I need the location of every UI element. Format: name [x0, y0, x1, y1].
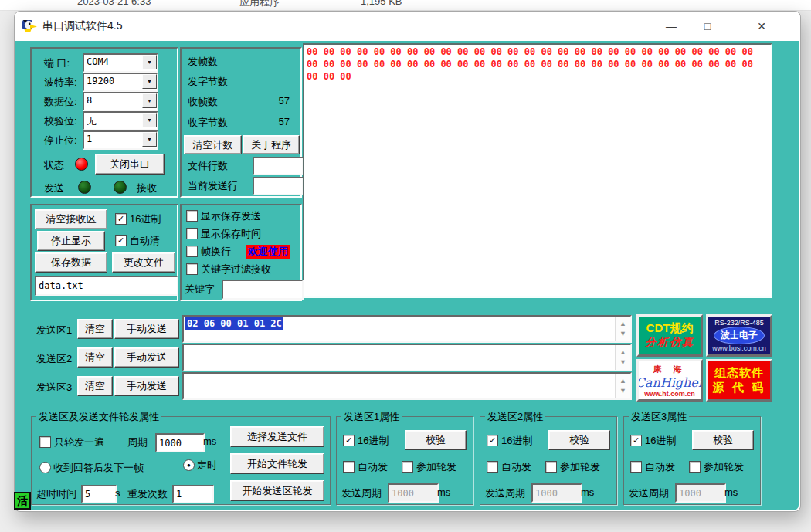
area2-verify-button[interactable]: 校验 [548, 430, 610, 450]
send-area3-input[interactable]: ▲ ▼ [182, 372, 632, 400]
period-unit: ms [203, 435, 216, 447]
frame-newline-checkbox[interactable] [186, 246, 198, 257]
filename-input[interactable]: data.txt [35, 276, 178, 296]
start-area-rotation-button[interactable]: 开始发送区轮发 [230, 480, 324, 501]
tx-led [78, 181, 91, 194]
area2-group-title: 发送区2属性 [485, 410, 545, 424]
retry-input[interactable]: 1 [172, 485, 214, 503]
send-once-checkbox[interactable] [39, 436, 51, 448]
spin-down-icon[interactable]: ▼ [619, 330, 626, 337]
maximize-button[interactable]: □ [690, 12, 725, 40]
retry-label: 重发次数 [127, 487, 168, 501]
send-area2-manual-send-button[interactable]: 手动发送 [114, 347, 179, 368]
port-settings-panel: 端 口: COM4 ▼ 波特率: 19200 ▼ 数据位: 8 ▼ 校验位: 无… [30, 47, 178, 198]
minimize-button[interactable]: — [653, 12, 689, 40]
port-select[interactable]: COM4 ▼ [83, 53, 158, 73]
period-input[interactable]: 1000 [155, 433, 205, 452]
show-save-send-checkbox[interactable] [186, 210, 198, 222]
area3-period-input[interactable]: 1000 [675, 483, 726, 503]
file-lines-input[interactable] [253, 157, 304, 175]
display-options-panel: 显示保存发送 显示保存时间 帧换行 欢迎使用 关键字过滤接收 关键字 [180, 204, 302, 301]
area1-join-rotation-checkbox[interactable] [402, 461, 413, 473]
rotation-group-title: 发送区及发送文件轮发属性 [36, 410, 161, 424]
send-area1-manual-send-button[interactable]: 手动发送 [114, 319, 179, 339]
chevron-down-icon[interactable]: ▼ [142, 93, 157, 108]
window-title: 串口调试软件4.5 [42, 19, 122, 33]
area2-join-rotation-checkbox[interactable] [545, 461, 557, 473]
area3-hex-checkbox[interactable]: ✓ [630, 435, 642, 446]
current-line-input[interactable] [253, 177, 304, 195]
send-area2-spinner: ▲ ▼ [615, 345, 630, 370]
canhigher-line3: www.ht.com.cn [644, 390, 695, 398]
area2-hex-checkbox[interactable]: ✓ [487, 435, 498, 446]
area1-hex-checkbox[interactable]: ✓ [343, 435, 355, 446]
hex-display-checkbox[interactable]: ✓ [115, 213, 127, 225]
area1-hex-label: 16进制 [358, 434, 389, 448]
stopbits-select[interactable]: 1 ▼ [83, 130, 158, 150]
select-send-file-button[interactable]: 选择发送文件 [230, 426, 324, 447]
keyword-input[interactable] [222, 280, 304, 300]
frame-newline-label: 帧换行 [201, 245, 231, 259]
send-area3-value [185, 374, 188, 376]
chevron-down-icon[interactable]: ▼ [142, 132, 157, 147]
send-area1-clear-button[interactable]: 清空 [77, 319, 113, 339]
area1-verify-button[interactable]: 校验 [405, 430, 467, 450]
timer-radio[interactable]: ● [183, 459, 195, 471]
stop-display-button[interactable]: 停止显示 [37, 231, 105, 251]
keyword-filter-checkbox[interactable] [186, 263, 198, 275]
receive-display[interactable]: 00 00 00 00 00 00 00 00 00 00 00 00 00 0… [303, 43, 772, 298]
clear-receive-button[interactable]: 清空接收区 [35, 209, 107, 229]
title-bar[interactable]: 串口调试软件4.5 — □ ✕ [15, 12, 800, 41]
spin-up-icon[interactable]: ▲ [619, 378, 626, 385]
cdt-banner-line2: 分析仿真 [645, 336, 694, 350]
change-file-button[interactable]: 更改文件 [112, 252, 175, 273]
spin-down-icon[interactable]: ▼ [619, 388, 626, 395]
close-button[interactable]: ✕ [744, 12, 779, 40]
spin-down-icon[interactable]: ▼ [619, 359, 626, 366]
send-area2-clear-button[interactable]: 清空 [77, 347, 113, 368]
scada-source-banner[interactable]: 组态软件 源 代 码 [706, 359, 772, 402]
about-button[interactable]: 关于程序 [243, 135, 300, 154]
send-area2-value [185, 346, 188, 347]
area1-autosend-checkbox[interactable] [343, 461, 355, 473]
chevron-down-icon[interactable]: ▼ [142, 74, 157, 89]
send-area3-manual-send-button[interactable]: 手动发送 [114, 376, 179, 396]
clear-counters-button[interactable]: 清空计数 [184, 135, 242, 154]
timeout-input[interactable]: 5 [81, 485, 117, 503]
start-file-rotation-button[interactable]: 开始文件轮发 [230, 453, 324, 474]
parity-select[interactable]: 无 ▼ [83, 111, 158, 130]
area3-verify-button[interactable]: 校验 [692, 430, 754, 450]
bosi-banner[interactable]: RS-232/RS-485 波士电子 www.bosi.com.cn [706, 314, 772, 357]
area3-join-rotation-checkbox[interactable] [689, 461, 701, 473]
area3-autosend-checkbox[interactable] [630, 461, 642, 473]
send-after-answer-radio[interactable] [39, 462, 51, 473]
save-data-button[interactable]: 保存数据 [35, 252, 107, 273]
baud-select[interactable]: 19200 ▼ [83, 73, 158, 92]
area2-autosend-checkbox[interactable] [487, 461, 498, 473]
databits-select[interactable]: 8 ▼ [83, 92, 158, 111]
send-area1-input[interactable]: 02 06 00 01 01 2C ▲ ▼ [182, 315, 632, 343]
hex-line: 00 00 00 00 00 00 00 00 00 00 00 00 00 0… [307, 46, 769, 58]
show-save-time-checkbox[interactable] [186, 228, 198, 239]
send-area2-input[interactable]: ▲ ▼ [182, 344, 632, 371]
send-area2-label: 发送区2 [36, 352, 72, 366]
auto-clear-checkbox[interactable]: ✓ [115, 235, 127, 246]
close-port-button[interactable]: 关闭串口 [95, 154, 165, 175]
chevron-down-icon[interactable]: ▼ [142, 113, 157, 127]
stopbits-label: 停止位: [44, 134, 77, 147]
send-area1-spinner: ▲ ▼ [615, 317, 630, 341]
chevron-down-icon[interactable]: ▼ [142, 55, 157, 69]
spin-up-icon[interactable]: ▲ [619, 349, 626, 356]
spin-up-icon[interactable]: ▲ [619, 320, 626, 327]
area3-join-rotation-label: 参加轮发 [704, 460, 744, 474]
send-area3-clear-button[interactable]: 清空 [77, 376, 113, 396]
area1-group-title: 发送区1属性 [341, 410, 402, 424]
send-area1-props-group: 发送区1属性 ✓ 16进制 校验 自动发 参加轮发 发送周期 1000 ms [336, 416, 473, 505]
parity-value: 无 [87, 114, 97, 128]
baud-value: 19200 [87, 76, 114, 86]
ime-status-badge[interactable]: 活 [14, 492, 31, 510]
cdt-protocol-banner[interactable]: CDT规约 分析仿真 [636, 314, 703, 357]
area2-period-input[interactable]: 1000 [531, 483, 582, 503]
area1-period-input[interactable]: 1000 [388, 483, 439, 503]
canhigher-banner[interactable]: 康 海 CanHigher www.ht.com.cn [636, 359, 703, 402]
